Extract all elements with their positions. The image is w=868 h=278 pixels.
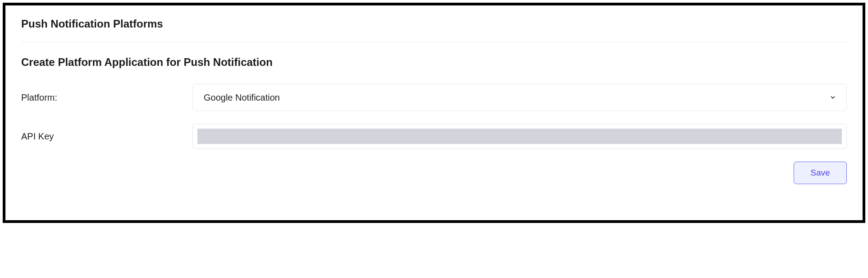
outer-border: Push Notification Platforms Create Platf… xyxy=(3,3,865,223)
api-key-row: API Key xyxy=(21,124,847,149)
platform-select[interactable]: Google Notification xyxy=(192,84,847,111)
api-key-wrapper xyxy=(192,124,847,149)
divider xyxy=(21,42,847,42)
save-button[interactable]: Save xyxy=(794,162,847,184)
platform-row: Platform: Google Notification xyxy=(21,84,847,111)
platform-label: Platform: xyxy=(21,93,192,103)
button-row: Save xyxy=(21,162,847,184)
api-key-input[interactable] xyxy=(197,129,842,144)
section-title: Push Notification Platforms xyxy=(21,18,847,30)
api-key-label: API Key xyxy=(21,131,192,142)
settings-panel: Push Notification Platforms Create Platf… xyxy=(5,5,863,220)
subsection-title: Create Platform Application for Push Not… xyxy=(21,56,847,69)
platform-select-wrapper: Google Notification xyxy=(192,84,847,111)
